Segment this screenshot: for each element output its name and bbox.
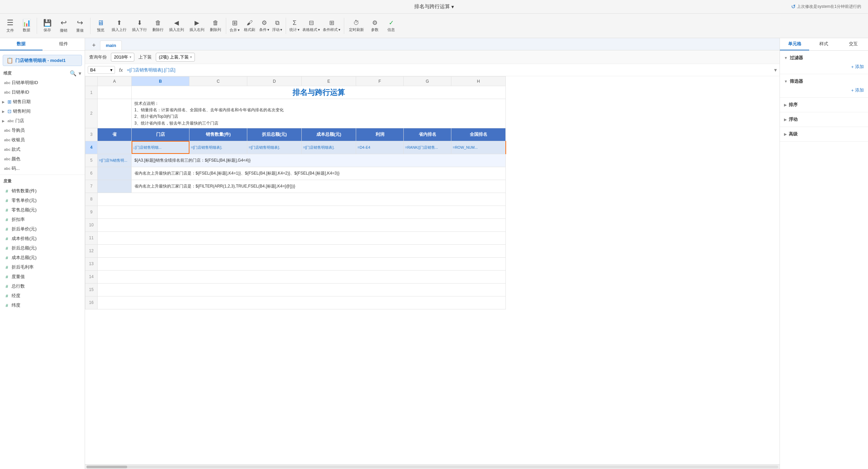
field-item-销售数量[interactable]: # 销售数量(件) (0, 186, 85, 196)
advanced-section-header[interactable]: ▶ 高级 (784, 130, 864, 139)
field-item-折扣率[interactable]: # 折扣率 (0, 215, 85, 224)
toolbar-preview[interactable]: 🖥 预览 (93, 16, 108, 36)
toolbar-save[interactable]: 💾 保存 (40, 16, 55, 36)
field-group-门店[interactable]: ▶ abc 门店 (0, 116, 85, 126)
col-header-H[interactable]: H (451, 77, 506, 86)
toolbar-undo[interactable]: ↩ 撤销 (56, 16, 71, 36)
cell-A12[interactable] (98, 244, 506, 257)
field-item-经度[interactable]: # 经度 (0, 291, 85, 301)
cell-E4[interactable]: =[门店销售明细表]. (302, 141, 356, 154)
toolbar-delete-col[interactable]: 🗑 删除列 (208, 16, 223, 36)
cell-ref-display[interactable]: B4 ▾ (88, 66, 115, 74)
cell-E3-header[interactable]: 成本总额(元) (302, 128, 356, 141)
cell-G4[interactable]: =RANK([门店销售... (404, 141, 451, 154)
tab-main[interactable]: main (100, 41, 122, 50)
cell-F3-header[interactable]: 利润 (356, 128, 404, 141)
cell-A8[interactable] (98, 193, 506, 206)
field-item-日销单ID[interactable]: abc 日销单ID (0, 87, 85, 97)
field-item-折后毛利率[interactable]: # 折后毛利率 (0, 262, 85, 272)
cell-A9[interactable] (98, 206, 506, 219)
screener-add-button[interactable]: + 添加 (784, 86, 864, 95)
cell-A13[interactable] (98, 257, 506, 270)
field-item-折后总额[interactable]: # 折后总额(元) (0, 243, 85, 253)
cell-G3-header[interactable]: 省内排名 (404, 128, 451, 141)
add-tab-button[interactable]: + (89, 41, 99, 50)
field-item-款式[interactable]: abc 款式 (0, 145, 85, 154)
toolbar-delete-row[interactable]: 🗑 删除行 (150, 16, 166, 36)
field-item-纬度[interactable]: # 纬度 (0, 301, 85, 310)
formula-expand-icon[interactable]: ▾ (774, 67, 777, 73)
field-item-日销单明细ID[interactable]: abc 日销单明细ID (0, 78, 85, 87)
toolbar-table-format[interactable]: ⊟ 表格格式 ▾ (302, 16, 321, 36)
tab-data[interactable]: 数据 (0, 38, 43, 50)
field-item-成本总额[interactable]: # 成本总额(元) (0, 253, 85, 262)
field-item-总行数[interactable]: # 总行数 (0, 281, 85, 291)
toolbar-insert-right[interactable]: ▶ 插入右列 (187, 16, 206, 36)
cell-A7[interactable] (98, 180, 132, 193)
cell-A5[interactable]: =[门店%销售明... (98, 154, 132, 167)
cell-A6[interactable] (98, 167, 132, 180)
field-item-导购员[interactable]: abc 导购员 (0, 126, 85, 135)
toolbar-param[interactable]: ⚙ 参数 (367, 16, 382, 36)
toolbar-data[interactable]: 📊 数据 (19, 16, 34, 36)
toolbar-insert-up[interactable]: ⬆ 插入上行 (110, 16, 129, 36)
scrollbar-thumb[interactable] (86, 466, 127, 468)
col-header-B[interactable]: B (132, 77, 189, 86)
cell-A4[interactable] (98, 141, 132, 154)
field-item-收银员[interactable]: abc 收银员 (0, 135, 85, 145)
sort-section-header[interactable]: ▶ 排序 (784, 100, 864, 109)
filter-type-select[interactable]: (2项) 上装,下装 ▾ (156, 53, 195, 62)
scrollbar-track[interactable] (86, 466, 778, 468)
field-group-销售日期[interactable]: ▶ ⊞ 销售日期 (0, 97, 85, 107)
toolbar-stat[interactable]: Σ 统计 ▾ (289, 16, 300, 36)
float-section-header[interactable]: ▶ 浮动 (784, 115, 864, 124)
cell-F4[interactable]: =D4-E4 (356, 141, 404, 154)
field-item-颜色[interactable]: abc 颜色 (0, 154, 85, 164)
field-item-度量值[interactable]: # 度量值 (0, 272, 85, 281)
cell-A1[interactable] (98, 86, 132, 99)
toolbar-insert-down[interactable]: ⬇ 插入下行 (130, 16, 149, 36)
toolbar-cond-style[interactable]: ⊞ 条件样式 ▾ (322, 16, 341, 36)
toolbar-format[interactable]: 🖌 格式刷 (242, 16, 257, 36)
field-item-成本价格[interactable]: # 成本价格(元) (0, 234, 85, 243)
toolbar-condition[interactable]: ⚙ 条件 ▾ (258, 16, 270, 36)
filter-add-button[interactable]: + 添加 (784, 62, 864, 71)
formula-input[interactable] (127, 67, 772, 72)
horizontal-scrollbar[interactable] (85, 464, 780, 469)
cell-A14[interactable] (98, 270, 506, 283)
tab-component[interactable]: 组件 (43, 38, 85, 50)
col-header-E[interactable]: E (302, 77, 356, 86)
filter-section-header[interactable]: ▼ 过滤器 (784, 53, 864, 62)
cell-C4[interactable]: =[门店销售明细表]. (189, 141, 247, 154)
cell-A11[interactable] (98, 231, 506, 244)
field-group-销售时间[interactable]: ▶ ⊡ 销售时间 (0, 107, 85, 116)
dataset-header[interactable]: 📋 门店销售明细表 - model1 (3, 55, 82, 66)
cell-C3-header[interactable]: 销售数量(件) (189, 128, 247, 141)
cell-B3-header[interactable]: 门店 (132, 128, 189, 141)
right-tab-style[interactable]: 样式 (809, 38, 838, 50)
toolbar-menu[interactable]: ☰ 文件 (3, 16, 18, 36)
toolbar-timer[interactable]: ⏱ 定时刷新 (347, 16, 366, 36)
col-header-F[interactable]: F (356, 77, 404, 86)
cell-B4[interactable]: ↓[门店销售明细... (132, 141, 189, 154)
field-item-零售单价[interactable]: # 零售单价(元) (0, 196, 85, 205)
cell-A10[interactable] (98, 219, 506, 231)
cell-A15[interactable] (98, 283, 506, 296)
title-dropdown-icon[interactable]: ▾ (451, 4, 454, 10)
toolbar-redo[interactable]: ↪ 重做 (72, 16, 87, 36)
col-header-C[interactable]: C (189, 77, 247, 86)
cell-A2[interactable] (98, 99, 132, 128)
toolbar-info[interactable]: ✓ 信息 (384, 16, 399, 36)
col-header-D[interactable]: D (247, 77, 302, 86)
filter-year-select[interactable]: 2018年 ▾ (111, 53, 134, 62)
field-item-零售总额[interactable]: # 零售总额(元) (0, 205, 85, 215)
cell-D4[interactable]: =[门店销售明细表]. (247, 141, 302, 154)
cell-A16[interactable] (98, 296, 506, 309)
field-item-折后单价[interactable]: # 折后单价(元) (0, 224, 85, 234)
right-tab-interact[interactable]: 交互 (839, 38, 868, 50)
toolbar-float[interactable]: ⧉ 浮动 ▾ (271, 16, 283, 36)
cell-A3-header[interactable]: 省 (98, 128, 132, 141)
toolbar-merge[interactable]: ⊞ 合并 ▾ (229, 16, 240, 36)
right-tab-cell[interactable]: 单元格 (780, 38, 809, 50)
col-header-G[interactable]: G (404, 77, 451, 86)
